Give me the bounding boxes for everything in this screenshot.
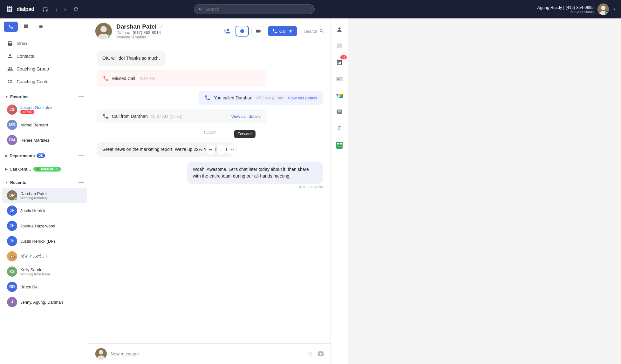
- nav-item-contacts[interactable]: Contacts: [2, 50, 87, 63]
- call-in-card: Call from Darshan 10:37 AM (1 min) View …: [97, 109, 266, 123]
- add-person-button[interactable]: [221, 25, 233, 37]
- missed-call-label: Missed Call: [112, 76, 135, 81]
- chat-contact-info: Darshan Patel ☆ Dialpad: (617) 863-8014 …: [116, 23, 216, 39]
- nav-item-coaching-group[interactable]: Coaching Group: [2, 63, 87, 75]
- forward-message-button[interactable]: [206, 145, 215, 154]
- recent-justin-herrick[interactable]: JH Justin Herrick: [2, 203, 87, 218]
- recent-dialbot[interactable]: 🤖 ダイアルボット: [2, 249, 87, 264]
- recents-section-header[interactable]: ▼ Recents —: [0, 177, 89, 188]
- svg-point-15: [240, 29, 244, 33]
- svg-point-17: [99, 350, 103, 354]
- contact-name-joseph: Joseph Gonzalez: [20, 105, 82, 110]
- call-in-time: 10:37 AM (1 min): [151, 114, 182, 119]
- call-center-minus-icon[interactable]: —: [78, 166, 84, 172]
- star-icon[interactable]: ☆: [159, 24, 164, 30]
- recents-minus-icon[interactable]: —: [78, 179, 84, 185]
- avatar-justin-h: JH: [7, 206, 17, 216]
- rs-drive-button[interactable]: [333, 90, 345, 102]
- contact-renee-martinez[interactable]: RM Renee Martinez: [2, 132, 87, 148]
- recent-joshua-hazelwood[interactable]: JH Joshua Hazelwood: [2, 218, 87, 233]
- nav-item-inbox[interactable]: Inbox: [2, 37, 87, 50]
- tab-video[interactable]: [34, 22, 48, 32]
- refresh-button[interactable]: [71, 4, 81, 14]
- recent-bruce-dej[interactable]: BD Bruce Dej: [2, 279, 87, 294]
- logo: dialpad: [5, 5, 34, 14]
- search-bar[interactable]: [194, 4, 315, 14]
- rs-calendar-button-wrap[interactable]: 31: [333, 57, 345, 69]
- headphones-button[interactable]: [40, 4, 50, 14]
- chat-contact-phone: Dialpad: (617) 863-8014: [116, 30, 216, 35]
- svg-point-5: [10, 8, 12, 10]
- message-input[interactable]: [111, 351, 303, 356]
- favorites-minus-icon[interactable]: —: [78, 94, 84, 99]
- tab-phone[interactable]: [4, 22, 18, 32]
- emoji-button[interactable]: ☺: [306, 350, 313, 358]
- tab-chat[interactable]: [19, 22, 33, 32]
- svg-rect-27: [340, 145, 342, 145]
- avatar-joseph: JG: [7, 104, 17, 115]
- chat-search-action[interactable]: Search: [304, 29, 324, 34]
- search-input[interactable]: [205, 7, 310, 12]
- recent-kelly-searle[interactable]: KS Kelly Searle Working from home: [2, 264, 87, 279]
- departments-badge: 28: [37, 153, 45, 158]
- missed-call-icon: [103, 75, 109, 82]
- user-status[interactable]: Set your status: [537, 10, 594, 14]
- nav-item-coaching-center[interactable]: Coaching Center: [2, 75, 87, 88]
- record-button[interactable]: [235, 26, 249, 37]
- call-button[interactable]: Call ▼: [268, 26, 297, 36]
- logo-text: dialpad: [17, 6, 34, 12]
- departments-minus-icon[interactable]: —: [78, 153, 84, 158]
- back-button[interactable]: ‹: [53, 4, 59, 15]
- rs-chat-button[interactable]: [333, 106, 345, 118]
- avatar-joshua: JH: [7, 221, 17, 231]
- rs-zendesk-button[interactable]: Z: [333, 123, 345, 135]
- inbox-icon: [7, 40, 13, 47]
- view-call-details-out[interactable]: View call details: [288, 96, 317, 100]
- call-out-label: You called Darshan: [214, 95, 252, 100]
- recent-sub-kelly: Working from home: [20, 272, 82, 276]
- message-woah-awesome: Woah! Awesome. Let's chat later today ab…: [187, 162, 323, 189]
- rs-sheets-button[interactable]: [333, 139, 345, 151]
- contact-michel-bernard[interactable]: MB Michel Bernard: [2, 117, 87, 132]
- search-label: Search: [304, 29, 317, 34]
- video-call-button[interactable]: [251, 26, 265, 36]
- rs-gmail-button[interactable]: M: [333, 73, 345, 85]
- departments-section-header[interactable]: ▶ Departments 28 —: [0, 150, 89, 161]
- contact-name-renee: Renee Martinez: [20, 138, 82, 143]
- forward-button[interactable]: ›: [62, 4, 68, 15]
- chat-contact-status: Working remotely: [116, 35, 216, 39]
- call-center-section-header[interactable]: ▶ Call Cent... 🌿AVAILABLE —: [0, 164, 89, 174]
- more-message-options-button[interactable]: ⋯: [227, 145, 236, 154]
- recent-sub-darshan: Working remotely: [20, 196, 82, 200]
- favorites-section-header[interactable]: ▼ Favorites —: [0, 91, 89, 102]
- svg-point-6: [7, 10, 9, 12]
- recent-darshan-patel[interactable]: DP Darshan Patel Working remotely: [2, 188, 87, 203]
- recent-name-joshua: Joshua Hazelwood: [20, 224, 82, 228]
- star-message-button[interactable]: ☆: [216, 145, 226, 154]
- more-options-button[interactable]: ⋯: [74, 22, 85, 31]
- avatar-dialbot: 🤖: [7, 251, 17, 261]
- call-out-icon: [204, 95, 211, 101]
- input-avatar: [95, 348, 107, 360]
- recent-name-justin-dp: Justin Herrick (DP): [20, 239, 82, 244]
- rs-bubble-button[interactable]: [333, 40, 345, 52]
- contact-name-michel: Michel Bernard: [20, 123, 82, 127]
- recent-name-justin: Justin Herrick: [20, 208, 82, 213]
- date-divider: TODAY: [97, 128, 323, 137]
- avatar-justin-dp: JH: [7, 236, 17, 246]
- main-chat: Darshan Patel ☆ Dialpad: (617) 863-8014 …: [89, 18, 331, 364]
- dnd-badge: ⊗DND: [20, 110, 34, 114]
- svg-rect-29: [340, 146, 342, 146]
- chat-header: Darshan Patel ☆ Dialpad: (617) 863-8014 …: [89, 18, 331, 44]
- call-in-icon: [102, 113, 109, 119]
- avatar-kelly: KS: [7, 266, 17, 277]
- contact-joseph-gonzalez[interactable]: JG Joseph Gonzalez ⊗DND: [2, 102, 87, 117]
- camera-button[interactable]: [317, 350, 324, 357]
- recent-jenny-agung-darshan[interactable]: J Jenny, Agung, Darshan: [2, 294, 87, 310]
- view-call-details-in[interactable]: View call details: [231, 114, 261, 119]
- user-dropdown-arrow[interactable]: ▼: [613, 8, 616, 11]
- missed-call-card: Missed Call 9:46 AM: [97, 71, 266, 86]
- recent-justin-herrick-dp[interactable]: JH Justin Herrick (DP): [2, 233, 87, 249]
- rs-person-button[interactable]: [333, 24, 345, 36]
- svg-point-1: [9, 6, 10, 8]
